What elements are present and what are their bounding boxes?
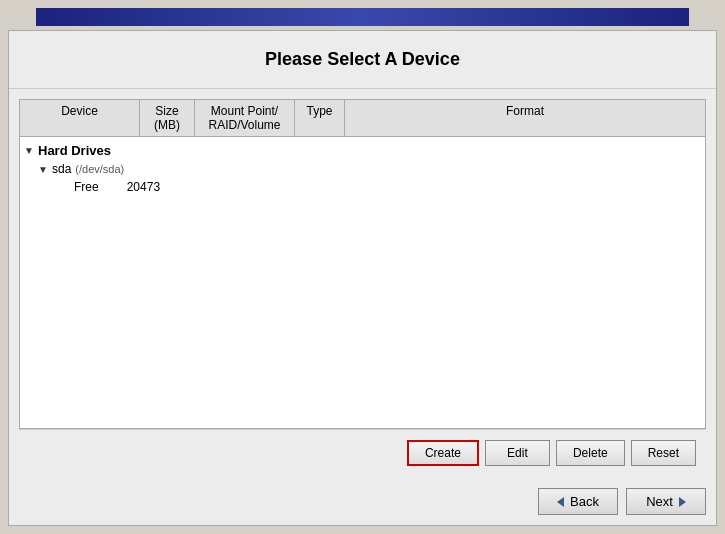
free-row: Free 20473 [20,178,705,196]
sda-label: sda [52,162,71,176]
back-button[interactable]: Back [538,488,618,515]
col-header-format: Format [345,100,705,136]
create-button[interactable]: Create [407,440,479,466]
col-header-type: Type [295,100,345,136]
hard-drives-label: Hard Drives [38,143,111,158]
sda-row: ▼ sda (/dev/sda) [20,160,705,178]
edit-button[interactable]: Edit [485,440,550,466]
next-arrow-icon [679,497,686,507]
top-bar [36,8,689,26]
back-label: Back [570,494,599,509]
reset-button[interactable]: Reset [631,440,696,466]
free-label: Free [74,180,99,194]
table-body: ▼ Hard Drives ▼ sda (/dev/sda) Free 2047… [20,137,705,428]
col-header-size: Size(MB) [140,100,195,136]
content-area: Device Size(MB) Mount Point/RAID/Volume … [9,89,716,482]
sda-path: (/dev/sda) [75,163,124,175]
hard-drives-toggle-icon: ▼ [24,145,38,156]
button-bar: Create Edit Delete Reset [19,429,706,472]
sda-toggle-icon: ▼ [38,164,52,175]
free-size: 20473 [127,180,160,194]
nav-bar: Back Next [9,482,716,525]
hard-drives-row: ▼ Hard Drives [20,141,705,160]
col-header-mount: Mount Point/RAID/Volume [195,100,295,136]
table-header: Device Size(MB) Mount Point/RAID/Volume … [20,100,705,137]
page-title: Please Select A Device [19,49,706,70]
next-label: Next [646,494,673,509]
device-table: Device Size(MB) Mount Point/RAID/Volume … [19,99,706,429]
col-header-device: Device [20,100,140,136]
next-button[interactable]: Next [626,488,706,515]
delete-button[interactable]: Delete [556,440,625,466]
main-window: Please Select A Device Device Size(MB) M… [8,30,717,526]
title-area: Please Select A Device [9,31,716,89]
back-arrow-icon [557,497,564,507]
